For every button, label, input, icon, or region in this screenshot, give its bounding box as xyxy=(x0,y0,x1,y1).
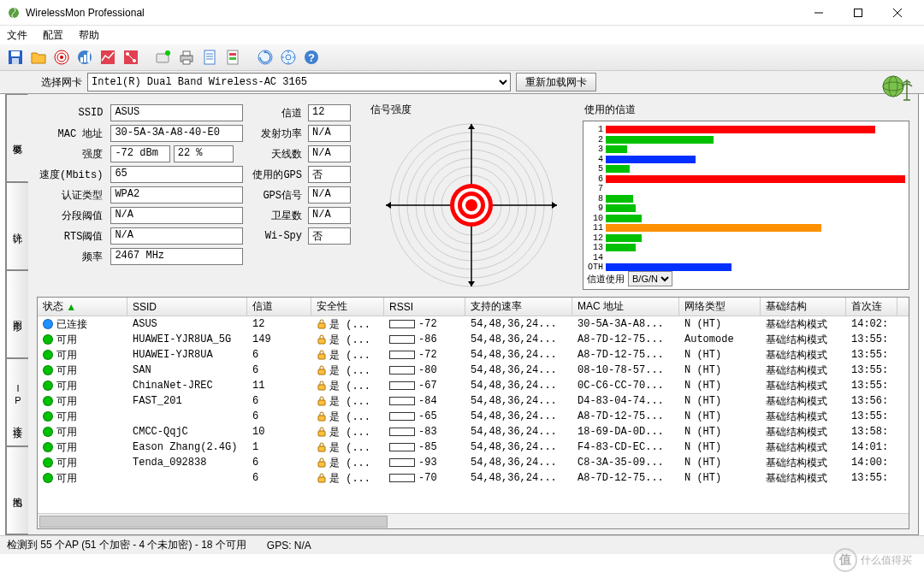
svg-rect-7 xyxy=(12,58,19,64)
globe-antenna-icon xyxy=(881,71,915,102)
maximize-button[interactable] xyxy=(838,0,878,26)
channel-bar-row: 12 xyxy=(587,233,905,244)
table-row[interactable]: 可用HUAWEI-YJR8UA6 是 (...-7254,48,36,24...… xyxy=(38,347,909,363)
frag-value: N/A xyxy=(110,207,243,224)
table-row[interactable]: 可用6 是 (...-6554,48,36,24...A8-7D-12-75..… xyxy=(38,409,909,424)
tab-stats[interactable]: 统计 xyxy=(6,182,28,270)
channel-bar-row: 5 xyxy=(587,164,905,174)
minimize-button[interactable] xyxy=(799,0,838,26)
status-aps: 检测到 55 个AP (51 个加密 - 4 个未加密) - 18 个可用 xyxy=(7,538,246,552)
channel-bar-row: 8 xyxy=(587,194,905,204)
statusbar: 检测到 55 个AP (51 个加密 - 4 个未加密) - 18 个可用 GP… xyxy=(0,535,924,554)
svg-point-10 xyxy=(60,56,63,59)
svg-rect-54 xyxy=(318,323,325,328)
svg-rect-2 xyxy=(855,9,862,16)
window-title: WirelessMon Professional xyxy=(26,7,799,19)
channel-bar-row: 9 xyxy=(587,204,905,214)
svg-rect-62 xyxy=(318,446,325,451)
table-row[interactable]: 可用HUAWEI-YJR8UA_5G149 是 (...-8654,48,36,… xyxy=(38,332,909,347)
signal-radar xyxy=(379,121,564,290)
table-row[interactable]: 可用SAN6 是 (...-8054,48,36,24...08-10-78-5… xyxy=(38,363,909,378)
svg-rect-24 xyxy=(183,60,190,64)
gps-signal-value: N/A xyxy=(308,186,351,204)
antennas-value: N/A xyxy=(308,145,351,162)
export-icon[interactable] xyxy=(222,47,243,68)
svg-rect-64 xyxy=(318,477,325,482)
menu-help[interactable]: 帮助 xyxy=(79,28,99,43)
col-type[interactable]: 网络类型 xyxy=(679,298,761,316)
table-row[interactable]: 可用FAST_2016 是 (...-8454,48,36,24...D4-83… xyxy=(38,393,909,409)
col-ssid[interactable]: SSID xyxy=(127,298,247,316)
refresh-icon[interactable] xyxy=(255,47,275,68)
reload-adapter-button[interactable]: 重新加载网卡 xyxy=(516,73,596,91)
menu-file[interactable]: 文件 xyxy=(7,28,27,43)
svg-rect-57 xyxy=(318,369,325,375)
svg-rect-12 xyxy=(80,57,83,62)
gps-used-value: 否 xyxy=(308,166,351,183)
svg-rect-6 xyxy=(11,51,20,56)
col-rssi[interactable]: RSSI xyxy=(384,298,465,316)
toolbar: ? xyxy=(0,44,924,70)
tab-ipconn[interactable]: IP 连接 xyxy=(6,358,28,446)
horizontal-scrollbar[interactable] xyxy=(38,513,909,528)
channel-chart: 1234567891011121314OTH 信道使用 B/G/N xyxy=(583,121,909,290)
svg-point-21 xyxy=(165,50,170,56)
chart-icon[interactable] xyxy=(74,47,95,68)
folder-icon[interactable] xyxy=(28,47,49,68)
log-icon[interactable] xyxy=(199,47,220,68)
txpower-value: N/A xyxy=(308,125,351,142)
svg-rect-31 xyxy=(229,57,236,60)
channel-usage-label: 使用的信道 xyxy=(583,103,909,117)
table-row[interactable]: 可用Tenda_0928386 是 (...-9354,48,36,24...C… xyxy=(38,455,909,470)
network-icon[interactable] xyxy=(121,47,141,68)
svg-rect-60 xyxy=(318,416,325,421)
graph-icon[interactable] xyxy=(98,47,118,68)
table-row[interactable]: 可用CMCC-QqjC10 是 (...-8354,48,36,24...18-… xyxy=(38,424,909,439)
adapter-select[interactable]: Intel(R) Dual Band Wireless-AC 3165 xyxy=(87,73,511,91)
col-security[interactable]: 安全性 xyxy=(311,298,384,316)
close-button[interactable] xyxy=(878,0,917,26)
channel-bar-row: 1 xyxy=(587,125,905,135)
menu-config[interactable]: 配置 xyxy=(43,28,63,43)
channel-bar-row: 6 xyxy=(587,174,905,185)
strength-dbm: -72 dBm xyxy=(110,145,170,162)
tab-map[interactable]: 地图 xyxy=(6,446,28,534)
svg-rect-55 xyxy=(318,339,325,344)
col-first[interactable]: 首次连 xyxy=(846,298,897,316)
table-row[interactable]: 可用Eason Zhang(2.4G)1 是 (...-8554,48,36,2… xyxy=(38,439,909,455)
satellites-value: N/A xyxy=(308,207,351,224)
channel-mode-select[interactable]: B/G/N xyxy=(628,271,672,286)
auth-value: WPA2 xyxy=(110,186,243,204)
channel-bar-row: 7 xyxy=(587,184,905,194)
col-status[interactable]: 状态 ▲ xyxy=(38,298,127,316)
col-rates[interactable]: 支持的速率 xyxy=(465,298,572,316)
channel-bar-row: 14 xyxy=(587,253,905,263)
svg-point-37 xyxy=(883,76,903,97)
channel-bar-row: 13 xyxy=(587,243,905,253)
svg-rect-58 xyxy=(318,385,325,390)
tab-graph[interactable]: 图形 xyxy=(6,270,28,358)
table-row[interactable]: 可用6 是 (...-7054,48,36,24...A8-7D-12-75..… xyxy=(38,470,909,486)
svg-rect-13 xyxy=(84,55,86,62)
help-icon[interactable]: ? xyxy=(301,47,322,68)
watermark: 值什么值得买 xyxy=(833,548,912,572)
networks-table: 状态 ▲ SSID 信道 安全性 RSSI 支持的速率 MAC 地址 网络类型 … xyxy=(37,297,909,529)
mac-value: 30-5A-3A-A8-40-E0 xyxy=(110,125,243,142)
record-icon[interactable] xyxy=(153,47,174,68)
svg-rect-14 xyxy=(87,52,90,62)
table-row[interactable]: 已连接ASUS12 是 (...-7254,48,36,24...30-5A-3… xyxy=(38,316,909,332)
col-mac[interactable]: MAC 地址 xyxy=(572,298,679,316)
rts-value: N/A xyxy=(110,227,243,245)
menubar: 文件 配置 帮助 xyxy=(0,26,924,44)
settings-icon[interactable] xyxy=(278,47,299,68)
table-row[interactable]: 可用ChinaNet-JREC11 是 (...-6754,48,36,24..… xyxy=(38,378,909,393)
app-icon xyxy=(7,6,21,20)
save-icon[interactable] xyxy=(5,47,26,68)
col-channel[interactable]: 信道 xyxy=(247,298,311,316)
tab-summary[interactable]: 概要 xyxy=(6,94,28,182)
col-infra[interactable]: 基础结构 xyxy=(761,298,846,316)
print-icon[interactable] xyxy=(176,47,197,68)
adapter-label: 选择网卡 xyxy=(41,75,82,90)
svg-rect-59 xyxy=(318,400,325,405)
target-icon[interactable] xyxy=(51,47,72,68)
